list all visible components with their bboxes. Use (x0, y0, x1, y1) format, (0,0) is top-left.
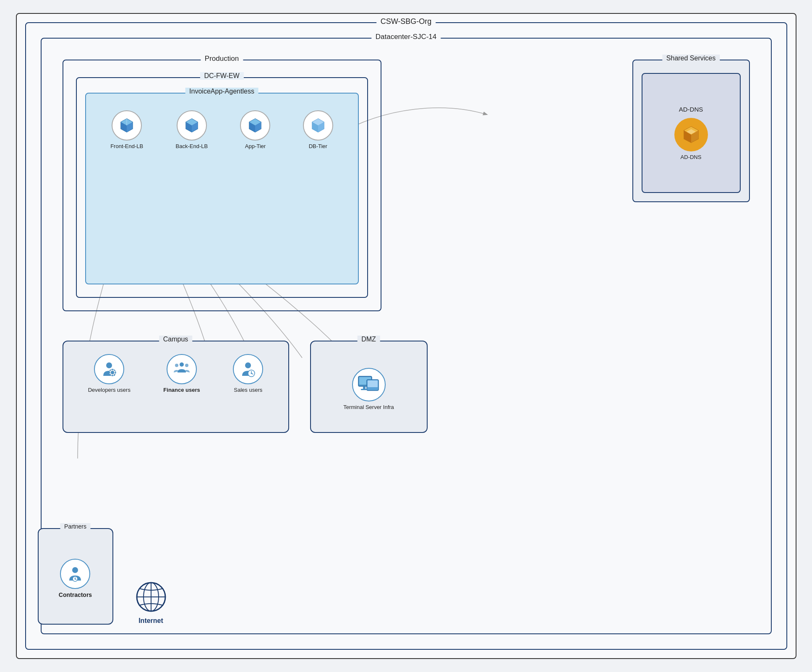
partners-label: Partners (60, 523, 91, 530)
terminal-server-icon (352, 368, 386, 401)
fw-box: DC-FW-EW InvoiceApp-Agentless (76, 77, 368, 298)
ad-dns-label: AD-DNS (681, 154, 702, 160)
contractors-node: Contractors (59, 559, 92, 598)
db-tier-node: DB-Tier (303, 110, 333, 149)
fw-label: DC-FW-EW (200, 72, 243, 80)
csw-org-label: CSW-SBG-Org (376, 17, 436, 26)
finance-node: Finance users (163, 354, 200, 393)
app-tier-label: App-Tier (245, 143, 266, 149)
finance-label: Finance users (163, 387, 200, 393)
svg-point-49 (72, 567, 78, 573)
invoice-box: InvoiceApp-Agentless (85, 93, 359, 284)
back-end-lb-label: Back-End-LB (176, 143, 208, 149)
svg-rect-46 (368, 380, 378, 387)
svg-rect-30 (115, 372, 116, 373)
contractors-icon (60, 559, 90, 589)
svg-rect-29 (109, 372, 110, 373)
shared-services-box: Shared Services AD-DNS (632, 60, 750, 202)
sales-node: Sales users (233, 354, 263, 393)
dmz-label: DMZ (357, 336, 380, 343)
ad-dns-icon (674, 118, 708, 151)
ad-dns-node: AD-DNS (674, 118, 708, 160)
svg-point-36 (175, 364, 178, 367)
contractors-label: Contractors (59, 591, 92, 598)
front-end-lb-icon (112, 110, 142, 141)
invoice-label: InvoiceApp-Agentless (185, 88, 258, 95)
campus-label: Campus (159, 336, 193, 343)
svg-point-37 (185, 364, 188, 367)
front-end-lb-node: Front-End-LB (110, 110, 143, 149)
svg-point-26 (111, 371, 114, 374)
ad-dns-box-title: AD-DNS (679, 106, 703, 113)
finance-icon (167, 354, 197, 384)
campus-box: Campus (63, 341, 289, 433)
app-tier-icon (240, 110, 270, 141)
datacenter-box: Datacenter-SJC-14 Production DC-FW-EW In… (41, 38, 772, 634)
csw-org-box: CSW-SBG-Org Datacenter-SJC-14 Production… (25, 22, 787, 650)
svg-rect-47 (363, 386, 366, 389)
app-tier-node: App-Tier (240, 110, 270, 149)
svg-point-53 (75, 578, 76, 580)
ad-dns-box: AD-DNS AD-DNS (642, 73, 741, 193)
partners-box: Partners Contractors (38, 528, 113, 625)
back-end-lb-node: Back-End-LB (176, 110, 208, 149)
internet-icon (134, 580, 168, 614)
sales-icon (233, 354, 263, 384)
back-end-lb-icon (177, 110, 207, 141)
internet-label: Internet (138, 617, 163, 625)
developers-icon (94, 354, 124, 384)
svg-point-24 (106, 362, 112, 368)
svg-point-35 (180, 362, 184, 367)
db-tier-label: DB-Tier (309, 143, 327, 149)
datacenter-label: Datacenter-SJC-14 (371, 33, 441, 41)
developers-label: Developers users (88, 387, 131, 393)
dmz-box: DMZ (310, 341, 428, 433)
shared-services-label: Shared Services (662, 55, 720, 62)
terminal-server-label: Terminal Server Infra (343, 404, 394, 410)
front-end-lb-label: Front-End-LB (110, 143, 143, 149)
svg-rect-28 (112, 375, 113, 376)
sales-label: Sales users (234, 387, 262, 393)
production-box: Production DC-FW-EW InvoiceApp-Agentless (63, 60, 381, 311)
internet-node: Internet (134, 580, 168, 625)
svg-rect-48 (361, 389, 368, 390)
diagram-canvas: CSW-SBG-Org Datacenter-SJC-14 Production… (16, 13, 796, 659)
terminal-server-node: Terminal Server Infra (343, 368, 394, 410)
developers-node: Developers users (88, 354, 131, 393)
production-label: Production (201, 55, 243, 63)
db-tier-icon (303, 110, 333, 141)
svg-point-38 (245, 362, 251, 368)
svg-rect-27 (112, 369, 113, 370)
